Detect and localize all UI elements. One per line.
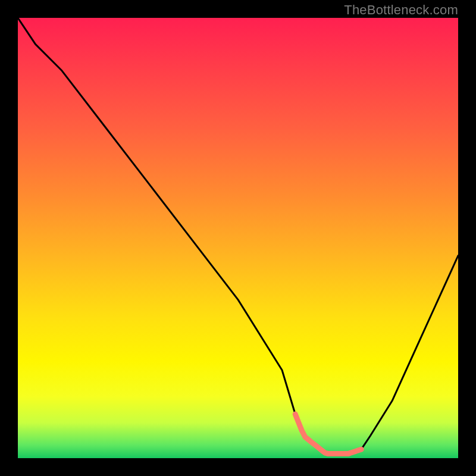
highlight-segment xyxy=(295,414,361,454)
watermark-text: TheBottleneck.com xyxy=(344,2,458,18)
bottleneck-curve xyxy=(18,18,458,454)
curve-svg xyxy=(18,18,458,458)
plot-area xyxy=(18,18,458,458)
chart-frame: TheBottleneck.com xyxy=(0,0,476,476)
